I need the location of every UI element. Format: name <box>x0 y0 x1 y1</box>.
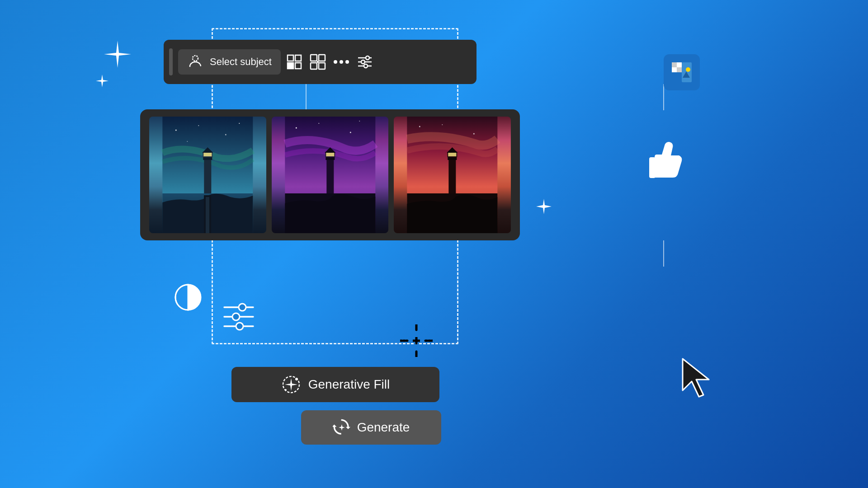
svg-point-68 <box>236 323 243 330</box>
svg-rect-57 <box>448 153 457 156</box>
generative-fill-button[interactable]: Generative Fill <box>231 367 439 402</box>
connector-line-right <box>663 84 664 110</box>
half-circle-icon[interactable] <box>174 283 203 312</box>
more-options-icon[interactable] <box>331 52 351 72</box>
svg-point-50 <box>419 126 420 127</box>
generative-fill-label: Generative Fill <box>308 377 390 392</box>
crosshair-symbol <box>400 324 433 359</box>
image-thumb-1[interactable] <box>149 117 266 233</box>
svg-rect-1 <box>288 55 293 61</box>
svg-point-27 <box>175 130 177 131</box>
lighthouse-scene-3 <box>394 117 511 233</box>
svg-point-28 <box>198 125 199 126</box>
sparkle-small-1 <box>96 75 108 89</box>
image-thumb-3[interactable] <box>394 117 511 233</box>
select-subject-label: Select subject <box>210 56 272 68</box>
thumbs-up-icon[interactable] <box>646 135 691 186</box>
svg-point-18 <box>361 60 365 64</box>
svg-point-51 <box>442 124 443 125</box>
svg-point-30 <box>239 123 240 124</box>
expand-select-icon[interactable] <box>308 52 328 72</box>
svg-rect-5 <box>311 55 317 61</box>
generate-label: Generate <box>357 420 410 435</box>
svg-point-19 <box>364 64 368 68</box>
gen-fill-icon <box>281 375 301 394</box>
svg-point-40 <box>318 123 319 124</box>
svg-point-13 <box>345 60 349 64</box>
sparkle-large <box>104 41 131 72</box>
svg-point-52 <box>473 133 475 135</box>
svg-point-41 <box>350 132 351 133</box>
svg-rect-47 <box>326 153 334 156</box>
svg-point-67 <box>232 313 240 320</box>
svg-point-61 <box>295 378 298 380</box>
main-image-panel <box>140 109 520 240</box>
svg-rect-44 <box>326 157 334 193</box>
svg-rect-6 <box>319 55 325 61</box>
svg-rect-59 <box>649 157 656 178</box>
adjustments-icon[interactable] <box>355 52 375 72</box>
svg-point-66 <box>239 304 246 311</box>
svg-rect-7 <box>311 63 317 69</box>
svg-rect-33 <box>204 157 211 193</box>
svg-point-12 <box>340 60 343 64</box>
connector-line-left <box>306 84 307 110</box>
select-subject-button[interactable]: Select subject <box>178 49 281 75</box>
sliders-icon[interactable] <box>222 301 255 334</box>
svg-point-29 <box>225 134 226 136</box>
select-all-icon[interactable] <box>284 52 304 72</box>
toolbar-handle[interactable] <box>169 48 173 75</box>
svg-rect-3 <box>288 63 293 69</box>
svg-point-62 <box>285 389 287 391</box>
toolbar: Select subject <box>164 40 476 84</box>
generate-icon <box>333 418 351 436</box>
svg-rect-20 <box>672 62 677 67</box>
image-placeholder-icon <box>670 61 693 84</box>
svg-rect-23 <box>677 67 682 72</box>
svg-rect-36 <box>203 153 212 156</box>
svg-point-31 <box>187 141 188 142</box>
svg-point-42 <box>359 121 360 122</box>
svg-point-25 <box>686 67 690 72</box>
lighthouse-scene-1 <box>149 117 266 233</box>
lighthouse-scene-2 <box>272 117 389 233</box>
image-icon[interactable] <box>664 54 700 90</box>
svg-rect-54 <box>449 157 456 193</box>
svg-rect-21 <box>677 62 682 67</box>
sparkle-small-2 <box>536 199 552 217</box>
svg-rect-22 <box>672 67 677 72</box>
cursor-arrow <box>679 355 719 402</box>
svg-rect-8 <box>319 63 325 69</box>
select-subject-icon <box>187 54 203 70</box>
svg-point-17 <box>366 56 369 60</box>
image-thumb-2[interactable] <box>272 117 389 233</box>
svg-point-11 <box>334 60 337 64</box>
svg-point-0 <box>193 56 198 61</box>
generate-button[interactable]: Generate <box>301 410 441 445</box>
connector-line-bottom-right <box>663 240 664 267</box>
svg-rect-4 <box>295 63 301 69</box>
svg-point-39 <box>296 127 297 129</box>
svg-rect-2 <box>295 55 301 61</box>
